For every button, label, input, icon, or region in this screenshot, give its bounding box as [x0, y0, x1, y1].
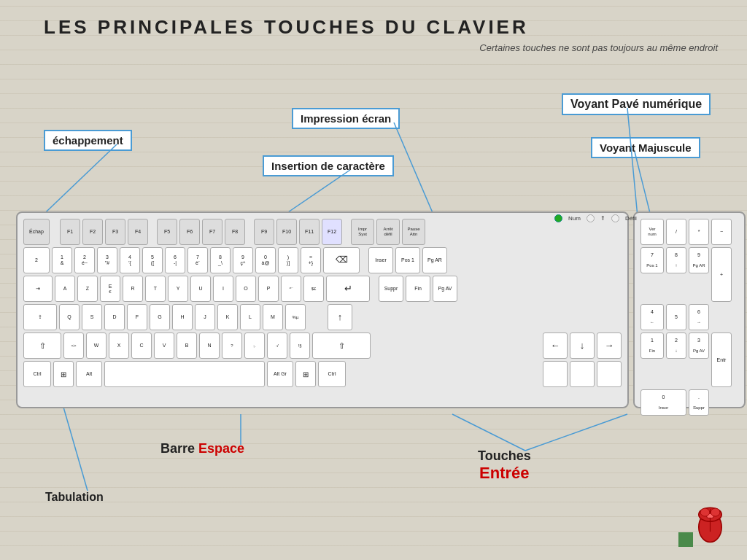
- key-t: T: [145, 276, 166, 302]
- key-g: G: [150, 304, 170, 330]
- key-mul: *: [689, 219, 709, 245]
- key-ctrl-left: Ctrl: [23, 361, 51, 387]
- row-wxcv: ⇧ <> W X C V B N ? ;. :/ !§ ⇧ ← ↓ →: [23, 332, 622, 359]
- svg-line-1: [394, 122, 438, 225]
- label-echappement: échappement: [44, 130, 132, 151]
- key-f2: F2: [82, 219, 103, 245]
- mouse-svg: [690, 503, 730, 543]
- key-suppr: Suppr: [379, 276, 403, 302]
- key-r: R: [123, 276, 143, 302]
- key-dollar: $£: [303, 276, 324, 302]
- key-q: Q: [59, 304, 80, 330]
- caps-led: [587, 214, 595, 222]
- key-5-paren: 5([: [142, 247, 163, 273]
- key-f: F: [127, 304, 147, 330]
- key-2: 2: [23, 247, 50, 273]
- key-period: .Suppr: [689, 389, 709, 416]
- key-u: U: [190, 276, 211, 302]
- key-1-amp: 1&: [52, 247, 72, 273]
- numpad-row1: 7Pos 1 8↑ 9Pg AR +: [640, 247, 738, 302]
- key-7-grave: 7è`: [187, 247, 208, 273]
- key-m: M: [263, 304, 283, 330]
- key-f8: F8: [225, 219, 245, 245]
- key-f9: F9: [254, 219, 274, 245]
- svg-line-3: [627, 108, 638, 225]
- key-f6: F6: [179, 219, 200, 245]
- key-question: ?: [222, 332, 242, 359]
- row-numbers: 2 1& 2é~ 3"# 4'{ 5([ 6-| 7è` 8_\ 9ç^ 0à@…: [23, 247, 622, 273]
- key-ctrl-right: Ctrl: [318, 361, 346, 387]
- key-2-tilde: 2é~: [74, 247, 95, 273]
- touches-prefix: Touches: [478, 448, 531, 463]
- key-enter: ↵: [326, 276, 370, 302]
- key-6: 6→: [689, 304, 709, 330]
- key-8: 8↑: [666, 247, 686, 273]
- key-blank-bottom-left: [543, 361, 568, 387]
- key-paren-close: ))]: [278, 247, 298, 273]
- key-blank-bottom-right: [597, 361, 622, 387]
- numpad-row4: 0Insor .Suppr: [640, 389, 738, 416]
- key-pct: %µ: [285, 304, 306, 330]
- key-y: Y: [168, 276, 188, 302]
- svg-point-13: [700, 508, 710, 516]
- key-n: N: [199, 332, 220, 359]
- key-arrow-left: ←: [543, 332, 568, 359]
- key-x: X: [109, 332, 129, 359]
- touches-entree-label: Touches Entrée: [478, 448, 531, 483]
- key-0-at: 0à@: [255, 247, 276, 273]
- key-v: V: [154, 332, 174, 359]
- key-f11: F11: [299, 219, 320, 245]
- key-equals: =+}: [301, 247, 321, 273]
- key-4-apost: 4'{: [120, 247, 140, 273]
- numpad-row3: 1Fin 2↓ 3Pg AV Entr: [640, 332, 738, 387]
- row-azerty: ⇥ A Z E€ R T Y U I O P ^¨ $£ ↵ Suppr Fin…: [23, 276, 622, 302]
- numpad: Vernum / * − 7Pos 1 8↑ 9Pg AR + 4← 5 6→ …: [633, 211, 746, 408]
- key-9-circ: 9ç^: [233, 247, 253, 273]
- key-colon: :/: [267, 332, 287, 359]
- key-s: S: [82, 304, 102, 330]
- label-voyant-majuscule: Voyant Majuscule: [591, 137, 700, 158]
- key-k: K: [217, 304, 238, 330]
- key-lt: <>: [63, 332, 84, 359]
- scroll-label: Défil: [625, 215, 637, 222]
- key-h: H: [172, 304, 193, 330]
- row-ctrl-space: Ctrl ⊞ Alt Alt Gr ⊞ Ctrl: [23, 361, 622, 387]
- label-insertion-caractere: Insertion de caractère: [263, 155, 394, 176]
- key-f4: F4: [128, 219, 148, 245]
- caps-label: ⇑: [600, 215, 605, 222]
- key-z: Z: [77, 276, 98, 302]
- key-e: E€: [100, 276, 120, 302]
- svg-line-6: [452, 414, 525, 451]
- key-pg-ar-top: Pg AR: [422, 247, 447, 273]
- key-arret-defilement: Arrêtdéfil: [376, 219, 400, 245]
- key-b: B: [177, 332, 197, 359]
- key-0: 0Insor: [640, 389, 686, 416]
- svg-line-7: [525, 414, 627, 451]
- key-caps: ⇪: [23, 304, 57, 330]
- key-circ: ^¨: [281, 276, 301, 302]
- key-tab: ⇥: [23, 276, 53, 302]
- key-impr: ImprSyst: [351, 219, 374, 245]
- key-arrow-right: →: [597, 332, 622, 359]
- key-lshift: ⇧: [23, 332, 61, 359]
- key-6-dash: 6-|: [165, 247, 185, 273]
- subtitle: Certaines touches ne sont pas toujours a…: [479, 42, 718, 53]
- key-f10: F10: [276, 219, 297, 245]
- key-vernum: Vernum: [640, 219, 664, 245]
- key-f3: F3: [105, 219, 125, 245]
- key-d: D: [104, 304, 125, 330]
- key-plus: +: [711, 247, 732, 302]
- logo-mouse: [690, 503, 734, 547]
- key-a: A: [55, 276, 75, 302]
- scroll-led: [611, 214, 619, 222]
- key-semicolon: ;.: [244, 332, 265, 359]
- key-div: /: [666, 219, 686, 245]
- key-entr: Entr: [711, 332, 732, 387]
- espace-red: Espace: [198, 441, 244, 456]
- tabulation-label: Tabulation: [45, 491, 104, 504]
- keyboard-main: Échap F1 F2 F3 F4 F5 F6 F7 F8 F9 F10 F11…: [16, 211, 629, 408]
- numpad-indicators: Vernum / * −: [640, 219, 738, 245]
- key-minus: −: [711, 219, 732, 245]
- key-pg-av: Pg AV: [433, 276, 457, 302]
- key-p: P: [258, 276, 279, 302]
